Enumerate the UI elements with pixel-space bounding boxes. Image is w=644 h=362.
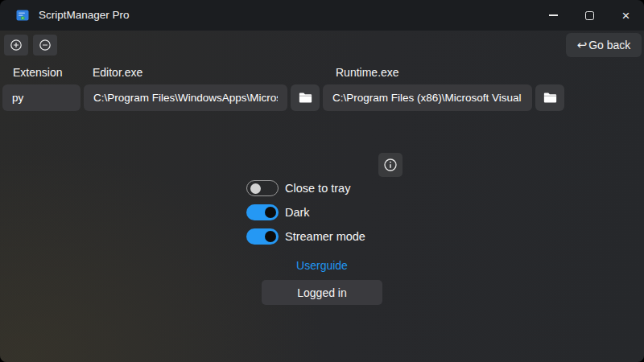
runtime-column-label: Runtime.exe xyxy=(336,66,399,79)
window-controls: × xyxy=(535,0,644,31)
streamer-mode-label: Streamer mode xyxy=(285,230,365,243)
back-arrow-icon: ↩ xyxy=(577,38,588,52)
editor-path-input[interactable] xyxy=(84,84,287,111)
window-body: ScriptManager Pro × xyxy=(0,0,644,362)
folder-icon xyxy=(299,92,312,104)
close-to-tray-row: Close to tray xyxy=(246,180,350,196)
window-title: ScriptManager Pro xyxy=(39,0,130,31)
maximize-icon xyxy=(585,11,594,20)
info-button[interactable] xyxy=(378,153,402,177)
go-back-label: Go back xyxy=(588,39,630,51)
logged-in-button[interactable]: Logged in xyxy=(262,280,382,305)
streamer-mode-toggle[interactable] xyxy=(246,228,279,245)
close-button[interactable]: × xyxy=(608,0,644,31)
toggle-knob xyxy=(265,231,276,242)
circle-minus-icon xyxy=(39,39,52,51)
toggle-knob xyxy=(265,207,276,218)
extension-input[interactable] xyxy=(2,84,80,111)
go-back-button[interactable]: ↩ Go back xyxy=(566,33,642,57)
minimize-icon xyxy=(549,14,558,16)
close-icon: × xyxy=(622,9,630,23)
editor-browse-button[interactable] xyxy=(291,84,320,111)
dark-mode-row: Dark xyxy=(246,204,310,220)
app-window: ScriptManager Pro × xyxy=(0,0,644,362)
circle-plus-icon xyxy=(10,39,23,51)
info-icon xyxy=(383,158,398,172)
minimize-button[interactable] xyxy=(535,0,572,31)
streamer-mode-row: Streamer mode xyxy=(246,228,365,245)
dark-mode-toggle[interactable] xyxy=(246,204,279,220)
add-mapping-button[interactable] xyxy=(4,35,28,56)
userguide-link[interactable]: Userguide xyxy=(296,259,348,272)
toggle-knob xyxy=(250,183,261,194)
remove-mapping-button[interactable] xyxy=(33,35,57,56)
close-to-tray-toggle[interactable] xyxy=(246,180,279,196)
editor-column-label: Editor.exe xyxy=(93,66,142,79)
folder-icon xyxy=(543,92,557,104)
titlebar: ScriptManager Pro × xyxy=(0,0,644,31)
userguide-container: Userguide xyxy=(0,258,644,273)
runtime-path-input[interactable] xyxy=(323,84,532,111)
dark-mode-label: Dark xyxy=(285,206,310,219)
close-to-tray-label: Close to tray xyxy=(285,182,350,195)
main-content: ↩ Go back Extension Editor.exe Runtime.e… xyxy=(0,31,644,362)
runtime-browse-button[interactable] xyxy=(535,84,564,111)
app-logo-icon xyxy=(16,9,29,22)
extension-column-label: Extension xyxy=(13,66,62,79)
maximize-button[interactable] xyxy=(572,0,608,31)
